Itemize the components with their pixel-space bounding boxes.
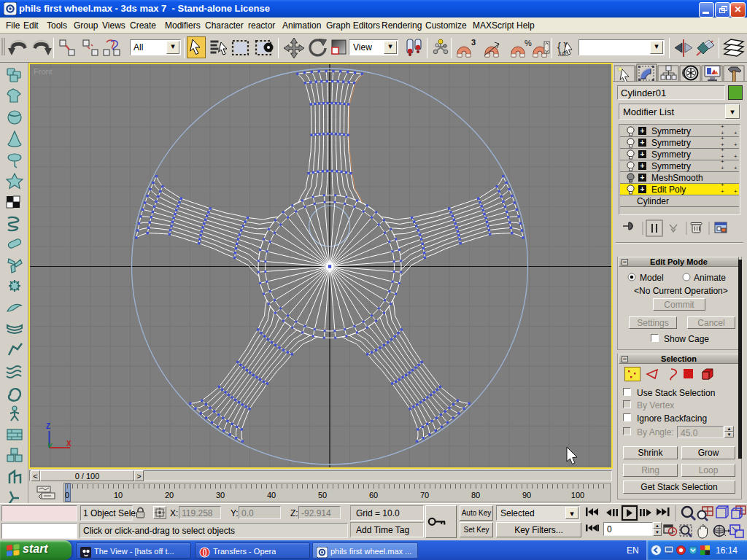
svg-text:3: 3	[471, 38, 476, 47]
svg-text:X: X	[66, 440, 71, 448]
svg-text:ABC: ABC	[558, 52, 568, 57]
svg-text:Z: Z	[46, 422, 50, 430]
svg-text:Front: Front	[34, 67, 53, 76]
svg-text:%: %	[525, 39, 532, 47]
